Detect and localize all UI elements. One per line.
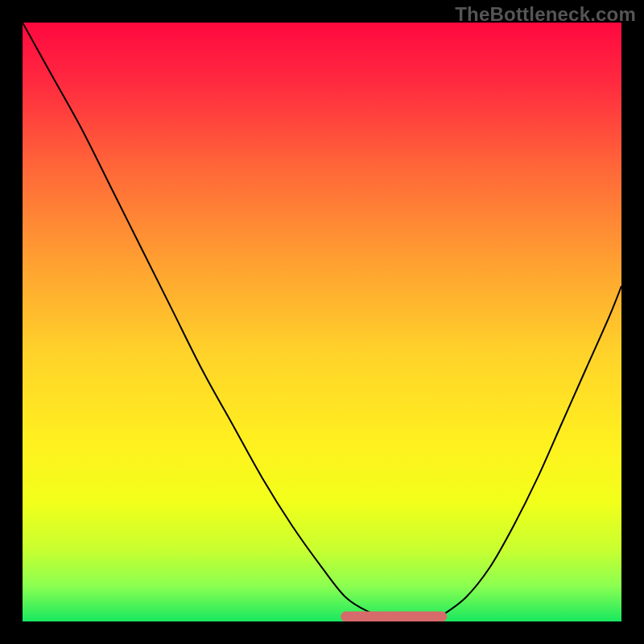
chart-frame: TheBottleneck.com [0, 0, 644, 644]
gradient-background [23, 23, 621, 621]
plot-area [23, 23, 621, 621]
chart-svg [23, 23, 621, 621]
